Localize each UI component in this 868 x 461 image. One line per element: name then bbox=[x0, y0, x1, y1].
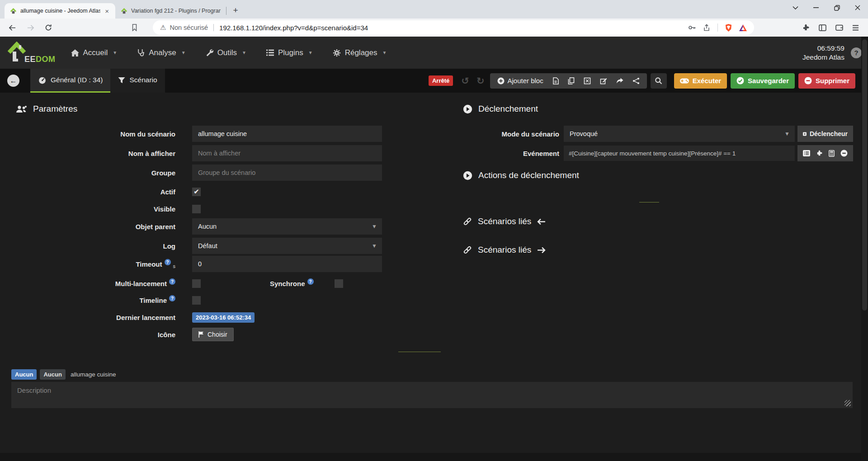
lastrun-badge: 2023-03-16 06:52:34 bbox=[192, 312, 255, 323]
scenario-name-text: allumage cuisine bbox=[71, 371, 116, 378]
system-name: Jeedom Atlas bbox=[802, 53, 844, 62]
active-checkbox[interactable] bbox=[192, 188, 201, 196]
jeedom-favicon-icon bbox=[121, 8, 127, 14]
chevron-down-icon: ▼ bbox=[113, 50, 117, 55]
multilaunch-checkbox[interactable] bbox=[192, 279, 201, 288]
multilaunch-label: Multi-lancement? bbox=[11, 280, 175, 287]
tab-scenario[interactable]: Scénario bbox=[110, 69, 165, 93]
textarea-resize-handle[interactable] bbox=[844, 400, 851, 406]
window-minimize-button[interactable] bbox=[806, 0, 826, 15]
window-restore-button[interactable] bbox=[826, 0, 847, 15]
password-key-icon[interactable] bbox=[688, 24, 696, 31]
event-input[interactable] bbox=[564, 146, 795, 161]
arrow-right-icon bbox=[537, 247, 546, 254]
not-secure-warning-icon: ⚠ bbox=[160, 24, 166, 32]
forward-button[interactable] bbox=[24, 21, 37, 34]
brave-shield-icon[interactable] bbox=[725, 24, 732, 32]
linked-scenarios-in[interactable]: Scénarios liés bbox=[463, 216, 854, 227]
share-network-icon[interactable] bbox=[628, 77, 644, 85]
browser-menu-icon[interactable] bbox=[852, 25, 859, 31]
visible-checkbox[interactable] bbox=[192, 205, 201, 213]
execute-button[interactable]: Exécuter bbox=[674, 73, 727, 89]
scrollbar-thumb[interactable] bbox=[862, 39, 867, 310]
window-close-button[interactable] bbox=[847, 0, 868, 15]
list-alt-icon[interactable] bbox=[803, 150, 810, 156]
field-icon: Icône Choisir bbox=[11, 328, 425, 341]
search-icon[interactable] bbox=[651, 73, 667, 89]
synchrone-checkbox[interactable] bbox=[335, 279, 343, 288]
jeedom-logo[interactable]: EEDOM bbox=[6, 42, 56, 64]
linked-scenarios-out[interactable]: Scénarios liés bbox=[463, 244, 854, 256]
delete-button[interactable]: Supprimer bbox=[798, 73, 855, 89]
divider bbox=[639, 202, 659, 202]
parent-object-label: Objet parent bbox=[11, 223, 175, 230]
help-question-icon[interactable]: ? bbox=[169, 295, 175, 301]
synchrone-label: Synchrone? bbox=[270, 280, 314, 287]
parent-object-select[interactable]: Aucun▼ bbox=[192, 218, 382, 235]
help-icon[interactable]: ? bbox=[851, 47, 862, 58]
tab-close-icon[interactable]: × bbox=[104, 7, 110, 15]
nav-item-accueil[interactable]: Accueil▼ bbox=[71, 48, 118, 57]
group-input[interactable] bbox=[192, 165, 382, 181]
jeedom-logo-text: EEDOM bbox=[24, 55, 56, 64]
add-block-button[interactable]: Ajouter bloc bbox=[493, 77, 548, 85]
icon-label: Icône bbox=[11, 331, 175, 339]
copy-icon[interactable] bbox=[563, 77, 579, 85]
link-icon bbox=[463, 217, 472, 226]
omnibox[interactable]: ⚠ Non sécurisé 192.168.1.120/index.php?v… bbox=[153, 20, 754, 35]
link-icon bbox=[463, 245, 472, 254]
tab-general[interactable]: Général (ID : 34) bbox=[30, 69, 110, 93]
field-lastrun: Dernier lancement 2023-03-16 06:52:34 bbox=[11, 312, 425, 322]
display-name-input[interactable] bbox=[192, 145, 382, 161]
nav-item-outils[interactable]: Outils▼ bbox=[206, 48, 246, 57]
trigger-actions-header[interactable]: Actions de déclenchement bbox=[463, 169, 854, 181]
export-frame-icon[interactable] bbox=[579, 77, 595, 85]
help-question-icon[interactable]: ? bbox=[307, 278, 314, 285]
timeout-input[interactable] bbox=[192, 256, 382, 272]
nav-item-analyse[interactable]: Analyse▼ bbox=[137, 48, 185, 57]
bookmark-icon[interactable] bbox=[127, 21, 141, 34]
users-gear-icon bbox=[16, 105, 27, 113]
mode-select[interactable]: Provoqué▼ bbox=[564, 126, 795, 142]
description-textarea[interactable] bbox=[11, 382, 853, 408]
undo-icon[interactable]: ↺ bbox=[459, 75, 471, 86]
choose-icon-button[interactable]: Choisir bbox=[192, 328, 234, 341]
calculator-icon[interactable] bbox=[829, 150, 835, 157]
tab-separator bbox=[226, 7, 226, 15]
remove-trigger-icon[interactable] bbox=[840, 150, 848, 157]
add-trigger-button[interactable]: Déclencheur bbox=[797, 126, 853, 142]
new-tab-button[interactable]: + bbox=[229, 4, 242, 17]
security-label[interactable]: Non sécurisé bbox=[170, 24, 208, 31]
share-icon[interactable] bbox=[703, 24, 710, 31]
scenario-name-input[interactable] bbox=[192, 126, 382, 142]
save-button[interactable]: Sauvegarder bbox=[731, 73, 795, 89]
browser-tab-active[interactable]: allumage cuisine - Jeedom Atlas × bbox=[5, 3, 115, 19]
sidebar-icon[interactable] bbox=[819, 24, 826, 31]
reload-button[interactable] bbox=[42, 21, 55, 34]
filter-funnel-icon bbox=[118, 77, 125, 84]
back-button[interactable] bbox=[5, 21, 19, 34]
return-back-icon[interactable]: ← bbox=[7, 75, 19, 87]
bat-rewards-icon[interactable] bbox=[739, 24, 747, 31]
event-label: Evénement bbox=[457, 150, 559, 157]
window-chevron-button[interactable] bbox=[785, 0, 806, 15]
extensions-puzzle-icon[interactable] bbox=[802, 24, 810, 32]
help-question-icon[interactable]: ? bbox=[169, 278, 175, 285]
wallet-icon[interactable] bbox=[835, 24, 843, 31]
trigger-section-header[interactable]: Déclenchement bbox=[463, 103, 854, 115]
nav-item-reglages[interactable]: Réglages▼ bbox=[333, 48, 387, 57]
template-file-icon[interactable] bbox=[548, 77, 563, 85]
redo-icon[interactable]: ↻ bbox=[475, 75, 486, 86]
browser-tab-inactive[interactable]: Variation fgd 212 - Plugins / Programm bbox=[115, 3, 226, 19]
share-forward-icon[interactable] bbox=[612, 78, 628, 84]
url-text[interactable]: 192.168.1.120/index.php?v=d&p=scenario&i… bbox=[219, 24, 688, 32]
page-scrollbar[interactable] bbox=[861, 37, 868, 461]
timeline-checkbox[interactable] bbox=[192, 296, 201, 305]
edit-icon[interactable] bbox=[595, 77, 612, 85]
field-visible: Visible bbox=[11, 204, 425, 213]
puzzle-icon[interactable] bbox=[816, 150, 823, 157]
log-select[interactable]: Défaut▼ bbox=[192, 238, 382, 254]
scenario-tabbar: ← Général (ID : 34) Scénario Arrêté ↺ ↻ … bbox=[0, 69, 868, 93]
nav-item-plugins[interactable]: Plugins▼ bbox=[266, 48, 313, 57]
help-question-icon[interactable]: ? bbox=[165, 259, 171, 265]
